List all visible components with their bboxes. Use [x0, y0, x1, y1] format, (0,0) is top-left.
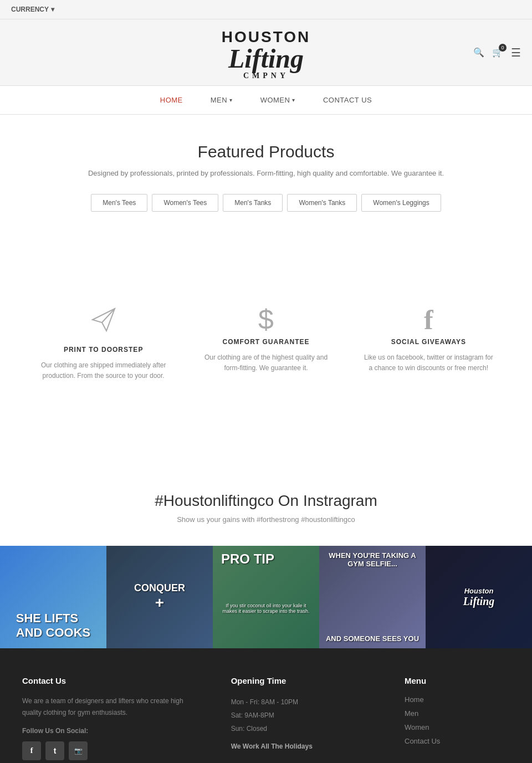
instagram-image-2[interactable]: CONQUER +	[106, 546, 213, 648]
hours-holidays: We Work All The Holidays	[231, 740, 371, 753]
dollar-icon: $	[201, 306, 330, 334]
nav-item-men[interactable]: MEN ▾	[211, 96, 233, 104]
footer-opening-col: Opening Time Mon - Fri: 8AM - 10PM Sat: …	[231, 676, 371, 760]
logo-line2: Lifting	[222, 45, 311, 72]
top-bar: CURRENCY ▾	[0, 0, 532, 19]
feature-print-title: PRINT TO DOORSTEP	[39, 346, 168, 354]
nav-label-home: HOME	[160, 96, 183, 104]
social-icons: f t 📷	[22, 741, 198, 760]
main-nav: HOME MEN ▾ WOMEN ▾ CONTACT US	[0, 86, 532, 115]
footer-menu-title: Menu	[405, 676, 510, 685]
hours-sun: Sun: Closed	[231, 722, 371, 735]
search-icon[interactable]: 🔍	[473, 47, 484, 58]
instagram-image-3[interactable]: PRO TIP If you stir coconut oil into you…	[213, 546, 319, 648]
feature-comfort-title: COMFORT GUARANTEE	[201, 338, 330, 346]
feature-comfort: $ COMFORT GUARANTEE Our clothing are of …	[185, 306, 347, 373]
hours-mon-fri: Mon - Fri: 8AM - 10PM	[231, 695, 371, 709]
hours-sat: Sat: 9AM-8PM	[231, 709, 371, 722]
feature-social-title: SOCIAL GIVEAWAYS	[364, 338, 493, 346]
feature-print: PRINT TO DOORSTEP Our clothing are shipp…	[22, 306, 185, 381]
filter-womens-leggings[interactable]: Women's Leggings	[361, 194, 441, 212]
instagram-image-5[interactable]: Houston Lifting	[426, 546, 532, 648]
instagram-social-btn[interactable]: 📷	[69, 741, 88, 760]
footer-contact-desc: We are a team of designers and lifters w…	[22, 695, 198, 718]
footer-link-men[interactable]: Men	[405, 709, 510, 718]
footer-opening-title: Opening Time	[231, 676, 371, 685]
spacer-1	[0, 414, 532, 459]
instagram-img-text-2: CONQUER +	[106, 546, 213, 648]
featured-products-section: Featured Products Designed by profession…	[0, 115, 532, 239]
product-filters: Men's Tees Women's Tees Men's Tanks Wome…	[11, 194, 521, 212]
logo[interactable]: HOUSTON Lifting CMPNY	[222, 25, 311, 80]
instagram-subtitle: Show us your gains with #forthestrong #h…	[11, 515, 521, 524]
feature-comfort-desc: Our clothing are of the highest quality …	[201, 352, 330, 373]
header: HOUSTON Lifting CMPNY 🔍 🛒 0 ☰	[0, 19, 532, 86]
instagram-section: #Houstonliftingco On Instragram Show us …	[0, 459, 532, 546]
footer-link-women[interactable]: Women	[405, 723, 510, 731]
instagram-img-text-3: PRO TIP If you stir coconut oil into you…	[213, 546, 319, 648]
currency-label: CURRENCY	[11, 6, 49, 13]
twitter-social-btn[interactable]: t	[45, 741, 64, 760]
currency-selector[interactable]: CURRENCY ▾	[11, 6, 54, 13]
instagram-img-text-5: Houston Lifting	[426, 546, 532, 648]
menu-icon[interactable]: ☰	[511, 46, 521, 59]
instagram-image-4[interactable]: WHEN YOU'RE TAKING A GYM SELFIE... AND S…	[319, 546, 426, 648]
cart-icon[interactable]: 🛒 0	[492, 47, 503, 58]
logo-line1: HOUSTON	[222, 28, 311, 45]
send-icon	[39, 306, 168, 339]
footer-contact-title: Contact Us	[22, 676, 198, 685]
nav-label-women: WOMEN	[260, 96, 290, 104]
footer-contact-col: Contact Us We are a team of designers an…	[22, 676, 198, 760]
instagram-image-1[interactable]: SHE LIFTS AND COOKS	[0, 546, 106, 648]
follow-label: Follow Us On Social:	[22, 727, 198, 735]
footer-link-home[interactable]: Home	[405, 695, 510, 704]
instagram-grid: SHE LIFTS AND COOKS CONQUER + PRO TIP If…	[0, 546, 532, 648]
instagram-img-text-4: WHEN YOU'RE TAKING A GYM SELFIE... AND S…	[319, 546, 426, 648]
chevron-down-icon: ▾	[229, 97, 233, 103]
filter-womens-tanks[interactable]: Women's Tanks	[287, 194, 357, 212]
footer-menu-links: Home Men Women Contact Us	[405, 695, 510, 745]
nav-item-contact[interactable]: CONTACT US	[323, 96, 372, 104]
nav-item-women[interactable]: WOMEN ▾	[260, 96, 295, 104]
facebook-icon: f	[364, 306, 493, 334]
footer-top: Contact Us We are a team of designers an…	[22, 676, 510, 760]
filter-mens-tanks[interactable]: Men's Tanks	[223, 194, 283, 212]
opening-hours: Mon - Fri: 8AM - 10PM Sat: 9AM-8PM Sun: …	[231, 695, 371, 753]
facebook-social-btn[interactable]: f	[22, 741, 41, 760]
footer: Contact Us We are a team of designers an…	[0, 648, 532, 763]
nav-label-men: MEN	[211, 96, 227, 104]
feature-print-desc: Our clothing are shipped immediately aft…	[39, 360, 168, 381]
instagram-img-text-1: SHE LIFTS AND COOKS	[0, 546, 106, 648]
header-icons: 🔍 🛒 0 ☰	[473, 46, 521, 59]
feature-social-desc: Like us on facebook, twitter or instagra…	[364, 352, 493, 373]
chevron-down-icon-women: ▾	[292, 97, 295, 103]
feature-social: f SOCIAL GIVEAWAYS Like us on facebook, …	[347, 306, 510, 373]
cart-count: 0	[499, 44, 507, 52]
filter-mens-tees[interactable]: Men's Tees	[91, 194, 147, 212]
featured-title: Featured Products	[11, 142, 521, 161]
logo-line3: CMPNY	[222, 72, 311, 80]
features-section: PRINT TO DOORSTEP Our clothing are shipp…	[0, 273, 532, 414]
product-grid-spacer	[0, 239, 532, 273]
filter-womens-tees[interactable]: Women's Tees	[152, 194, 218, 212]
logo-text: HOUSTON Lifting CMPNY	[222, 25, 311, 80]
featured-subtitle: Designed by professionals, printed by pr…	[11, 169, 521, 177]
nav-label-contact: CONTACT US	[323, 96, 372, 104]
footer-link-contact[interactable]: Contact Us	[405, 737, 510, 745]
nav-item-home[interactable]: HOME	[160, 96, 183, 104]
currency-chevron: ▾	[51, 6, 54, 13]
footer-menu-col: Menu Home Men Women Contact Us	[405, 676, 510, 760]
instagram-title: #Houstonliftingco On Instragram	[11, 492, 521, 510]
